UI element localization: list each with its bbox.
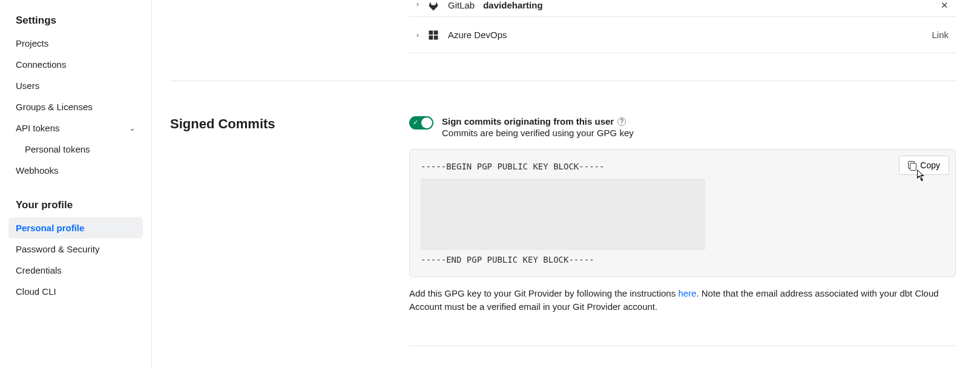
sidebar: Settings Projects Connections Users Grou… <box>0 0 152 368</box>
sidebar-item-label: Users <box>16 80 39 91</box>
check-icon: ✓ <box>413 119 418 126</box>
svg-rect-0 <box>429 30 433 34</box>
chevron-down-icon: ⌄ <box>129 123 136 133</box>
sidebar-item-label: Connections <box>16 59 66 70</box>
sidebar-item-label: Password & Security <box>16 244 99 254</box>
footnote-link[interactable]: here <box>678 288 696 298</box>
key-begin: -----BEGIN PGP PUBLIC KEY BLOCK----- <box>421 162 944 171</box>
provider-brand: GitLab <box>448 0 475 10</box>
cursor-icon <box>917 169 927 183</box>
sidebar-item-label: Personal tokens <box>25 144 90 154</box>
sidebar-item-users[interactable]: Users <box>0 75 151 96</box>
sidebar-item-projects[interactable]: Projects <box>0 33 151 54</box>
toggle-knob <box>421 117 432 128</box>
sidebar-item-cloud-cli[interactable]: Cloud CLI <box>0 281 151 302</box>
sidebar-item-connections[interactable]: Connections <box>0 54 151 75</box>
svg-rect-1 <box>434 30 438 34</box>
sidebar-item-label: Groups & Licenses <box>16 102 93 112</box>
sidebar-item-personal-tokens[interactable]: Personal tokens <box>0 139 151 160</box>
provider-name: Azure DevOps <box>448 30 507 40</box>
section-title: Signed Commits <box>170 116 385 346</box>
sidebar-item-api-tokens[interactable]: API tokens ⌄ <box>0 117 151 139</box>
toggle-label: Sign commits originating from this user <box>442 116 614 126</box>
settings-heading: Settings <box>0 8 151 33</box>
copy-button[interactable]: Copy <box>899 156 949 175</box>
sidebar-item-credentials[interactable]: Credentials <box>0 260 151 281</box>
footnote-pre: Add this GPG key to your Git Provider by… <box>409 288 678 298</box>
chevron-right-icon: › <box>416 0 419 8</box>
copy-icon <box>908 161 916 170</box>
svg-rect-2 <box>429 35 433 39</box>
sidebar-item-label: Webhooks <box>16 165 59 176</box>
sign-commits-toggle[interactable]: ✓ <box>409 116 433 130</box>
main-content: › GitLab davideharting ✕ › Azure DevOps … <box>152 0 980 368</box>
key-body-redacted <box>421 179 705 250</box>
provider-username: davideharting <box>483 0 542 10</box>
footnote: Add this GPG key to your Git Provider by… <box>409 287 956 314</box>
toggle-sublabel: Commits are being verified using your GP… <box>442 128 634 138</box>
svg-rect-3 <box>434 35 438 39</box>
sidebar-item-label: Projects <box>16 38 48 48</box>
provider-row-gitlab[interactable]: › GitLab davideharting ✕ <box>409 0 956 17</box>
sidebar-item-label: Credentials <box>16 265 62 275</box>
gpg-key-block: Copy -----BEGIN PGP PUBLIC KEY BLOCK----… <box>409 149 956 277</box>
sidebar-item-personal-profile[interactable]: Personal profile <box>8 217 143 238</box>
signed-commits-section: Signed Commits ✓ Sign commits originatin… <box>170 81 956 346</box>
gitlab-icon <box>427 0 439 12</box>
sidebar-item-label: Cloud CLI <box>16 286 56 297</box>
sidebar-item-webhooks[interactable]: Webhooks <box>0 160 151 181</box>
chevron-right-icon: › <box>416 31 419 39</box>
key-end: -----END PGP PUBLIC KEY BLOCK----- <box>421 255 944 264</box>
provider-link-action[interactable]: Link <box>932 30 949 40</box>
sidebar-item-password-security[interactable]: Password & Security <box>0 238 151 260</box>
profile-heading: Your profile <box>0 193 151 217</box>
sidebar-item-label: API tokens <box>16 123 60 133</box>
help-icon[interactable]: ? <box>617 117 626 126</box>
close-icon[interactable]: ✕ <box>941 0 949 11</box>
copy-label: Copy <box>920 160 940 170</box>
azure-devops-icon <box>427 29 439 41</box>
provider-row-azure[interactable]: › Azure DevOps Link <box>409 17 956 53</box>
sidebar-item-groups-licenses[interactable]: Groups & Licenses <box>0 96 151 117</box>
sidebar-item-label: Personal profile <box>16 223 84 233</box>
